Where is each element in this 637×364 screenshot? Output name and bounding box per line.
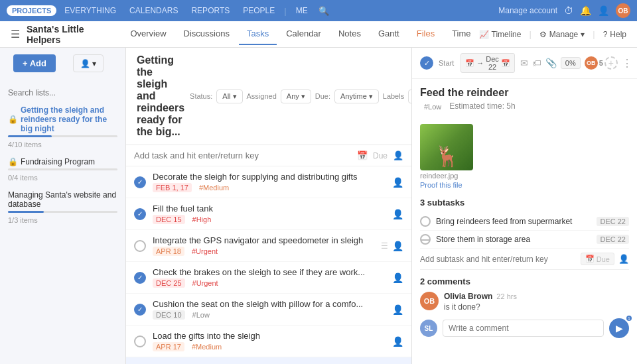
manage-button[interactable]: ⚙ Manage ▾ — [539, 30, 585, 39]
top-icons: ⏱ 🔔 👤 OB — [564, 3, 630, 18]
tag-icon[interactable]: 🏷 — [532, 58, 541, 68]
task-check-5[interactable] — [134, 304, 146, 316]
detail-title: Feed the reindeer — [420, 87, 629, 99]
assign-icon[interactable]: 👤 — [393, 151, 403, 160]
nav-files[interactable]: Files — [409, 23, 443, 45]
detail-tags: #Low Estimated time: 5h — [420, 101, 629, 112]
table-row[interactable]: Fill the fuel tank DEC 15 #High 👤 — [126, 198, 411, 230]
manage-account-button[interactable]: Manage account — [498, 6, 557, 15]
assigned-filter[interactable]: Any ▾ — [281, 90, 311, 103]
percent-button[interactable]: 0% — [561, 57, 581, 69]
table-row[interactable]: Decorate the sleigh for supplying and di… — [126, 166, 411, 198]
task-priority-5: #Low — [189, 310, 213, 320]
nav-discussions[interactable]: Discussions — [176, 23, 238, 45]
subtask-check-2[interactable] — [420, 234, 431, 245]
list-icon: ☰ — [381, 241, 388, 251]
table-row[interactable]: Check the brakes on the sleigh to see if… — [126, 262, 411, 294]
avatar-group-button[interactable]: 👤 ▾ — [73, 54, 104, 72]
email-icon[interactable]: ✉ — [520, 58, 528, 68]
task-priority-6: #Medium — [188, 342, 225, 351]
detail-date-button[interactable]: 📅 → Dec 22 📅 — [460, 53, 515, 73]
attachment-icon[interactable]: 📎 — [545, 58, 557, 68]
task-check-3[interactable] — [134, 240, 146, 252]
task-check-4[interactable] — [134, 272, 146, 284]
list-item-1[interactable]: 🔒 Getting the sleigh and reindeers ready… — [0, 101, 125, 153]
nav-overview[interactable]: Overview — [122, 23, 174, 45]
task-assign-1[interactable]: 👤 — [392, 177, 403, 188]
task-assign-3[interactable]: 👤 — [392, 241, 403, 251]
sidebar-toggle-icon[interactable]: ☰ — [11, 28, 20, 40]
comment-input[interactable] — [443, 320, 604, 337]
nav-people[interactable]: PEOPLE — [238, 6, 280, 15]
bell-icon[interactable]: 🔔 — [580, 5, 591, 16]
subtask-name-2: Store them in storage area — [436, 235, 591, 244]
subtask-due-button[interactable]: 📅 Due — [581, 253, 614, 265]
detail-more-button[interactable]: ⋮ — [622, 57, 632, 70]
proof-link[interactable]: Proof this file — [420, 181, 462, 189]
list-progress-2 — [8, 168, 117, 170]
status-filter[interactable]: All ▾ — [216, 90, 242, 103]
nav-calendar[interactable]: Calendar — [278, 23, 329, 45]
task-check-1[interactable] — [134, 176, 146, 188]
calendar-icon[interactable]: 📅 — [357, 151, 368, 160]
main-layout: + Add 👤 ▾ 🔒 Getting the sleigh and reind… — [0, 48, 637, 364]
nav-notes[interactable]: Notes — [330, 23, 369, 45]
task-add-input[interactable] — [134, 151, 352, 160]
task-assign-4[interactable]: 👤 — [392, 273, 403, 283]
subtask-item-1[interactable]: Bring reindeers feed from supermarket DE… — [420, 213, 629, 231]
add-user-icon[interactable]: 👤 — [598, 5, 609, 16]
table-row[interactable]: Load the gifts into the sleigh APR 17 #M… — [126, 326, 411, 357]
task-check-6[interactable] — [134, 335, 146, 347]
task-check-2[interactable] — [134, 208, 146, 220]
list-name-3: Managing Santa's website and database — [8, 190, 117, 209]
timer-icon[interactable]: ⏱ — [564, 5, 573, 16]
detail-avatar-1[interactable]: OB — [585, 56, 598, 70]
task-date-6: APR 17 — [153, 342, 184, 351]
send-comment-button[interactable]: ▶ 1 — [609, 318, 629, 338]
nav-reports[interactable]: REPORTS — [186, 6, 235, 15]
subtask-add-input[interactable] — [420, 255, 577, 264]
nav-gantt[interactable]: Gantt — [370, 23, 407, 45]
nav-me[interactable]: ME — [291, 6, 313, 15]
list-item-2[interactable]: 🔒 Fundraising Program 0/4 items — [0, 153, 125, 186]
deer-emoji: 🦌 — [420, 145, 473, 170]
task-assign-6[interactable]: 👤 — [392, 336, 403, 347]
list-progress-1 — [8, 135, 117, 137]
table-row[interactable]: Feed the reindeer DEC 22 #Low 📎 ☰ 👤 2 — [126, 357, 411, 364]
nav-everything[interactable]: EVERYTHING — [59, 6, 121, 15]
timeline-button[interactable]: 📈 Timeline — [479, 30, 522, 39]
task-name-4: Check the brakes on the sleigh to see if… — [153, 267, 392, 277]
list-name-1: 🔒 Getting the sleigh and reindeers ready… — [8, 105, 117, 133]
subtask-assign-icon[interactable]: 👤 — [618, 254, 629, 264]
search-lists-input[interactable] — [0, 84, 125, 101]
comment-input-avatar: SL — [420, 320, 437, 337]
nav-tasks[interactable]: Tasks — [239, 23, 277, 45]
search-icon[interactable]: 🔍 — [318, 6, 329, 16]
subtask-check-1[interactable] — [420, 216, 431, 227]
nav-links: Overview Discussions Tasks Calendar Note… — [122, 23, 478, 45]
projects-button[interactable]: PROJECTS — [7, 5, 56, 16]
task-assign-2[interactable]: 👤 — [392, 209, 403, 219]
list-progress-fill-3 — [8, 211, 44, 213]
nav-calendars[interactable]: CALENDARS — [124, 6, 183, 15]
partial-check-line — [421, 239, 429, 241]
table-row[interactable]: Integrate the GPS navigator and speedome… — [126, 230, 411, 262]
subtask-date-2: DEC 22 — [597, 235, 629, 244]
add-task-button[interactable]: + Add — [13, 54, 56, 72]
task-meta-6: APR 17 #Medium — [153, 342, 392, 351]
list-item-3[interactable]: Managing Santa's website and database 1/… — [0, 186, 125, 229]
subtask-item-2[interactable]: Store them in storage area DEC 22 — [420, 231, 629, 249]
detail-estimated-time: Estimated time: 5h — [449, 101, 515, 112]
help-button[interactable]: ? Help — [603, 30, 626, 39]
due-filter[interactable]: Anytime ▾ — [334, 90, 379, 103]
task-name-3: Integrate the GPS navigator and speedome… — [153, 235, 381, 245]
nav-time[interactable]: Time — [444, 23, 478, 45]
detail-image-container: 🦌 reindeer.jpg Proof this file — [420, 119, 473, 190]
table-row[interactable]: Cushion the seat on the sleigh with pill… — [126, 294, 411, 326]
detail-task-check[interactable] — [420, 56, 433, 70]
due-button[interactable]: Due — [373, 151, 388, 160]
user-avatar[interactable]: OB — [616, 3, 630, 18]
add-avatar-button[interactable]: + — [604, 56, 618, 70]
task-add-bar: 📅 Due 👤 — [126, 145, 411, 166]
task-assign-5[interactable]: 👤 — [392, 304, 403, 315]
